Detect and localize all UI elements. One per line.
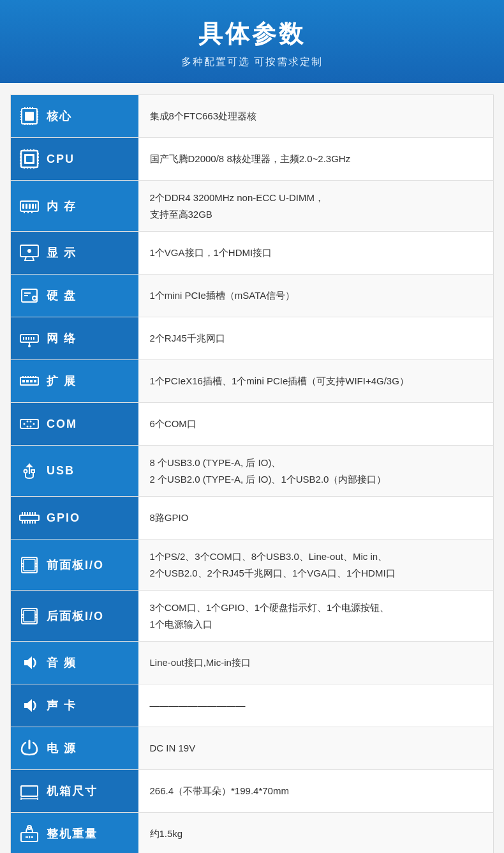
spec-label-text-weight: 整机重量 bbox=[47, 826, 98, 842]
spec-label-com: COM bbox=[11, 403, 138, 446]
spec-label-text-gpio: GPIO bbox=[47, 511, 80, 525]
spec-label-text-usb: USB bbox=[47, 464, 75, 478]
spec-row-storage: 硬 盘 1个mini PCIe插槽（mSATA信号） bbox=[11, 275, 494, 317]
spec-label-network: 网 络 bbox=[11, 317, 138, 360]
svg-rect-97 bbox=[24, 559, 35, 571]
spec-value-cpu: 国产飞腾D2000/8 8核处理器，主频2.0~2.3GHz bbox=[138, 138, 494, 181]
spec-row-gpio: GPIO 8路GPIO bbox=[11, 497, 494, 540]
spec-label-front-io: 前面板I/O bbox=[11, 540, 138, 591]
svg-rect-82 bbox=[31, 470, 34, 472]
com-port-icon bbox=[17, 412, 41, 436]
svg-rect-66 bbox=[30, 380, 33, 382]
spec-label-rear-io: 后面板I/O bbox=[11, 591, 138, 642]
spec-row-expansion: 扩 展 1个PCIeX16插槽、1个mini PCIe插槽（可支持WIFI+4G… bbox=[11, 360, 494, 403]
display-icon bbox=[17, 241, 41, 265]
svg-rect-67 bbox=[34, 380, 36, 382]
spec-row-rear-io: 后面板I/O 3个COM口、1个GPIO、1个硬盘指示灯、1个电源按钮、1个电源… bbox=[11, 591, 494, 642]
svg-rect-42 bbox=[35, 204, 36, 209]
spec-label-audio: 音 频 bbox=[11, 642, 138, 684]
svg-point-81 bbox=[24, 469, 27, 472]
svg-rect-40 bbox=[29, 204, 31, 209]
spec-row-power: 电 源 DC IN 19V bbox=[11, 727, 494, 770]
spec-value-com: 6个COM口 bbox=[138, 403, 494, 446]
spec-label-text-front-io: 前面板I/O bbox=[47, 557, 104, 573]
svg-point-80 bbox=[33, 423, 35, 425]
spec-label-text-com: COM bbox=[47, 418, 77, 431]
network-icon bbox=[17, 326, 41, 351]
spec-row-soundcard: 声 卡 —————————— bbox=[11, 684, 494, 727]
spec-label-memory: 内 存 bbox=[11, 181, 138, 232]
spec-label-display: 显 示 bbox=[11, 232, 138, 275]
audio-icon bbox=[17, 651, 41, 675]
spec-label-text-expansion: 扩 展 bbox=[47, 374, 77, 389]
spec-value-storage: 1个mini PCIe插槽（mSATA信号） bbox=[138, 275, 494, 317]
spec-value-soundcard: —————————— bbox=[138, 684, 494, 727]
svg-point-76 bbox=[27, 421, 29, 423]
spec-table-container: 核心 集成8个FTC663处理器核 CPU 国产飞腾D2000/8 8核处理器，… bbox=[0, 83, 504, 853]
spec-label-weight: 整机重量 bbox=[11, 813, 138, 854]
cpu-chip-icon bbox=[17, 104, 41, 128]
spec-label-text-memory: 内 存 bbox=[47, 199, 77, 214]
page-subtitle: 多种配置可选 可按需求定制 bbox=[13, 56, 491, 69]
svg-point-52 bbox=[33, 296, 36, 300]
spec-row-weight: 整机重量 约1.5kg bbox=[11, 813, 494, 854]
spec-value-front-io: 1个PS/2、3个COM口、8个USB3.0、Line-out、Mic in、2… bbox=[138, 540, 494, 591]
svg-point-62 bbox=[28, 345, 31, 347]
spec-label-text-cpu: CPU bbox=[47, 153, 75, 166]
spec-value-usb: 8 个USB3.0 (TYPE-A, 后 IO)、2 个USB2.0 (TYPE… bbox=[138, 446, 494, 497]
spec-label-core: 核心 bbox=[11, 95, 138, 138]
usb-icon bbox=[17, 459, 41, 483]
spec-row-com: COM 6个COM口 bbox=[11, 403, 494, 446]
spec-value-gpio: 8路GPIO bbox=[138, 497, 494, 540]
spec-row-dimension: 机箱尺寸 266.4（不带耳朵）*199.4*70mm bbox=[11, 770, 494, 813]
svg-rect-1 bbox=[25, 112, 34, 121]
page-header: 具体参数 多种配置可选 可按需求定制 bbox=[0, 0, 504, 83]
spec-label-text-network: 网 络 bbox=[47, 331, 77, 346]
svg-rect-38 bbox=[22, 204, 24, 209]
panel-icon bbox=[17, 553, 41, 577]
spec-row-core: 核心 集成8个FTC663处理器核 bbox=[11, 95, 494, 138]
panel-icon bbox=[17, 604, 41, 628]
svg-rect-65 bbox=[26, 380, 29, 382]
dimension-icon bbox=[17, 779, 41, 803]
gpio-icon bbox=[17, 506, 41, 530]
spec-label-storage: 硬 盘 bbox=[11, 275, 138, 317]
spec-value-audio: Line-out接口,Mic-in接口 bbox=[138, 642, 494, 684]
page-title: 具体参数 bbox=[13, 18, 491, 50]
spec-row-audio: 音 频 Line-out接口,Mic-in接口 bbox=[11, 642, 494, 684]
spec-label-expansion: 扩 展 bbox=[11, 360, 138, 403]
svg-point-47 bbox=[27, 249, 31, 253]
svg-rect-20 bbox=[26, 156, 33, 162]
svg-rect-41 bbox=[32, 204, 34, 209]
spec-value-weight: 约1.5kg bbox=[138, 813, 494, 854]
ram-icon bbox=[17, 194, 41, 218]
spec-label-soundcard: 声 卡 bbox=[11, 684, 138, 727]
spec-label-text-soundcard: 声 卡 bbox=[47, 698, 77, 713]
spec-value-memory: 2个DDR4 3200MHz non-ECC U-DIMM，支持至高32GB bbox=[138, 181, 494, 232]
spec-value-power: DC IN 19V bbox=[138, 727, 494, 770]
spec-label-text-display: 显 示 bbox=[47, 245, 77, 260]
spec-label-power: 电 源 bbox=[11, 727, 138, 770]
svg-rect-108 bbox=[21, 786, 38, 796]
spec-value-dimension: 266.4（不带耳朵）*199.4*70mm bbox=[138, 770, 494, 813]
svg-rect-103 bbox=[24, 610, 35, 622]
svg-rect-83 bbox=[20, 515, 39, 520]
page-wrapper: 具体参数 多种配置可选 可按需求定制 核心 集成8个FTC663处理器核 CPU bbox=[0, 0, 504, 853]
spec-label-dimension: 机箱尺寸 bbox=[11, 770, 138, 813]
spec-label-cpu: CPU bbox=[11, 138, 138, 181]
harddisk-icon bbox=[17, 283, 41, 308]
spec-row-front-io: 前面板I/O 1个PS/2、3个COM口、8个USB3.0、Line-out、M… bbox=[11, 540, 494, 591]
spec-table: 核心 集成8个FTC663处理器核 CPU 国产飞腾D2000/8 8核处理器，… bbox=[10, 94, 494, 853]
spec-label-text-storage: 硬 盘 bbox=[47, 288, 77, 303]
spec-label-text-audio: 音 频 bbox=[47, 655, 77, 670]
weight-icon bbox=[17, 822, 41, 846]
spec-value-network: 2个RJ45千兆网口 bbox=[138, 317, 494, 360]
spec-row-cpu: CPU 国产飞腾D2000/8 8核处理器，主频2.0~2.3GHz bbox=[11, 138, 494, 181]
svg-rect-74 bbox=[20, 419, 38, 428]
audio-icon bbox=[17, 693, 41, 718]
processor-icon bbox=[17, 147, 41, 171]
svg-point-79 bbox=[30, 426, 32, 428]
spec-value-rear-io: 3个COM口、1个GPIO、1个硬盘指示灯、1个电源按钮、1个电源输入口 bbox=[138, 591, 494, 642]
spec-value-expansion: 1个PCIeX16插槽、1个mini PCIe插槽（可支持WIFI+4G/3G） bbox=[138, 360, 494, 403]
spec-label-usb: USB bbox=[11, 446, 138, 497]
